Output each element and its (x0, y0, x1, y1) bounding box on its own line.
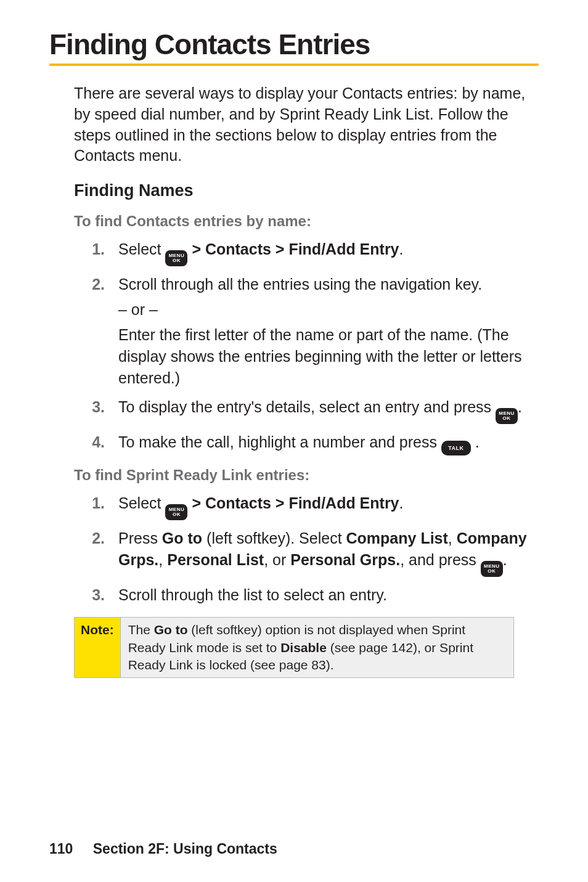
note-body: The Go to (left softkey) option is not d… (121, 618, 513, 677)
page-title: Finding Contacts Entries (49, 28, 539, 61)
step-bold: > Contacts > Find/Add Entry (187, 240, 399, 258)
step-body: To make the call, highlight a number and… (118, 431, 539, 455)
step-number: 2. (74, 528, 118, 549)
step-text: . (518, 398, 522, 415)
lead-find-ready-link: To find Sprint Ready Link entries: (74, 467, 539, 484)
step-number: 4. (74, 431, 118, 453)
steps-find-ready-link: 1. Select MENUOK > Contacts > Find/Add E… (49, 492, 539, 606)
note-text: The (128, 623, 154, 637)
step-body: Scroll through the list to select an ent… (118, 584, 539, 606)
or-separator: – or – (118, 299, 539, 321)
menu-ok-icon: MENUOK (165, 504, 187, 520)
note-box: Note: The Go to (left softkey) option is… (74, 617, 514, 678)
step-bold: Personal Grps. (290, 551, 400, 568)
step-row: 4. To make the call, highlight a number … (49, 431, 539, 455)
step-text: , and press (400, 551, 481, 568)
menu-ok-icon: MENUOK (496, 408, 518, 424)
step-body: Scroll through all the entries using the… (118, 274, 539, 389)
talk-icon: TALK (441, 441, 471, 455)
step-text: Enter the first letter of the name or pa… (118, 326, 522, 386)
step-text: (left softkey). Select (202, 529, 346, 547)
step-row: 1. Select MENUOK > Contacts > Find/Add E… (49, 239, 539, 266)
step-body: Press Go to (left softkey). Select Compa… (118, 528, 539, 577)
steps-find-by-name: 1. Select MENUOK > Contacts > Find/Add E… (49, 239, 539, 455)
step-bold: Go to (162, 529, 202, 547)
step-text: . (399, 494, 404, 512)
step-text: Scroll through the list to select an ent… (118, 586, 387, 603)
step-bold: Personal List (167, 551, 264, 568)
title-rule (49, 63, 539, 66)
step-body: Select MENUOK > Contacts > Find/Add Entr… (118, 492, 539, 520)
step-text: Select (118, 240, 165, 258)
step-text: Scroll through all the entries using the… (118, 276, 482, 293)
step-body: To display the entry's details, select a… (118, 396, 539, 424)
menu-ok-icon: MENUOK (481, 561, 503, 577)
step-row: 2. Scroll through all the entries using … (49, 274, 539, 389)
menu-ok-icon: MENUOK (165, 250, 187, 266)
note-bold: Disable (280, 640, 327, 655)
section-label: Section 2F: Using Contacts (93, 841, 277, 857)
step-number: 2. (74, 274, 118, 295)
page-footer: 110 Section 2F: Using Contacts (49, 841, 277, 857)
step-text: , (158, 551, 167, 568)
step-bold: Company List (346, 529, 448, 547)
icon-label: OK (173, 512, 181, 517)
note-bold: Go to (154, 623, 188, 637)
step-body: Select MENUOK > Contacts > Find/Add Entr… (118, 239, 539, 266)
step-text: . (503, 551, 507, 568)
icon-label: OK (503, 416, 511, 421)
step-row: 1. Select MENUOK > Contacts > Find/Add E… (49, 492, 539, 520)
step-text: To make the call, highlight a number and… (118, 433, 441, 451)
step-text: , (448, 529, 457, 547)
lead-find-by-name: To find Contacts entries by name: (74, 213, 539, 230)
step-number: 3. (74, 396, 118, 418)
subheading-finding-names: Finding Names (74, 181, 539, 200)
step-row: 3. To display the entry's details, selec… (49, 396, 539, 424)
step-number: 3. (74, 584, 118, 606)
icon-label: OK (173, 258, 181, 263)
step-row: 3. Scroll through the list to select an … (49, 584, 539, 606)
step-text: , or (264, 551, 290, 568)
step-text: To display the entry's details, select a… (118, 398, 496, 415)
step-text: Press (118, 529, 162, 547)
note-label: Note: (75, 618, 121, 677)
intro-paragraph: There are several ways to display your C… (74, 83, 539, 166)
page: Finding Contacts Entries There are sever… (0, 0, 588, 882)
page-number: 110 (49, 841, 73, 857)
step-bold: > Contacts > Find/Add Entry (187, 494, 399, 512)
step-text: Select (118, 494, 165, 512)
step-text: . (471, 433, 480, 451)
icon-label: OK (488, 569, 496, 574)
step-text: . (399, 240, 404, 258)
step-number: 1. (74, 492, 118, 514)
step-number: 1. (74, 239, 118, 260)
step-row: 2. Press Go to (left softkey). Select Co… (49, 528, 539, 577)
